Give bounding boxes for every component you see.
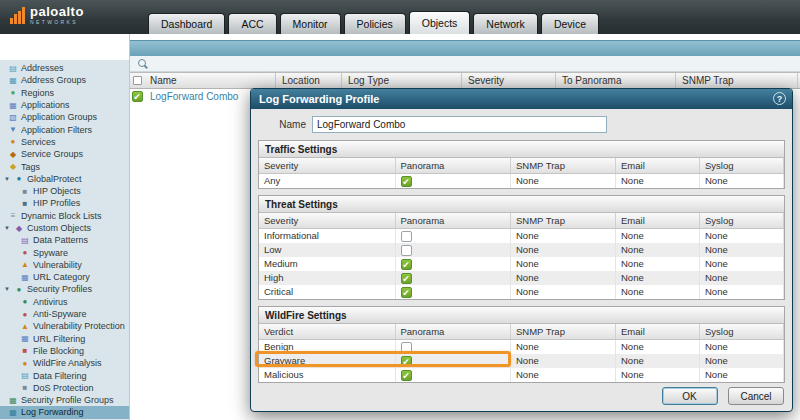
column-header-to-panorama[interactable]: To Panorama — [556, 73, 676, 88]
cancel-button[interactable]: Cancel — [728, 387, 784, 405]
snmp-trap-cell[interactable]: None — [511, 271, 616, 285]
email-cell[interactable]: None — [616, 257, 700, 271]
snmp-trap-cell[interactable]: None — [511, 174, 616, 188]
snmp-trap-cell[interactable]: None — [511, 368, 616, 382]
sidebar-item-globalprotect[interactable]: ▼●GlobalProtect — [0, 173, 129, 185]
panorama-checkbox[interactable]: ✔ — [401, 356, 412, 367]
snmp-trap-cell[interactable]: None — [511, 257, 616, 271]
search-icon[interactable] — [138, 59, 148, 69]
panorama-checkbox[interactable]: ✔ — [401, 287, 412, 298]
sidebar-item-file-blocking[interactable]: ■File Blocking — [0, 345, 129, 357]
sidebar-item-dynamic-block-lists[interactable]: ≡Dynamic Block Lists — [0, 210, 129, 222]
email-cell[interactable]: None — [616, 368, 700, 382]
snmp-trap-cell[interactable]: None — [511, 354, 616, 368]
column-header-severity[interactable]: Severity — [462, 73, 556, 88]
sidebar-item-security-profile-groups[interactable]: ▦Security Profile Groups — [0, 394, 129, 406]
syslog-cell[interactable]: None — [700, 257, 784, 271]
ok-button[interactable]: OK — [662, 387, 718, 405]
email-cell[interactable]: None — [616, 340, 700, 354]
syslog-cell[interactable]: None — [700, 243, 784, 257]
sidebar-item-anti-spyware[interactable]: ●Anti-Spyware — [0, 308, 129, 320]
sidebar-item-security-profiles[interactable]: ▼●Security Profiles — [0, 283, 129, 295]
profile-name-input[interactable] — [312, 116, 607, 133]
snmp-trap-cell[interactable]: None — [511, 243, 616, 257]
panorama-checkbox[interactable] — [401, 231, 412, 242]
setting-row-medium[interactable]: Medium✔NoneNoneNone — [259, 257, 784, 271]
tab-acc[interactable]: ACC — [228, 13, 276, 34]
email-cell[interactable]: None — [616, 243, 700, 257]
setting-row-malicious[interactable]: Malicious✔NoneNoneNone — [259, 368, 784, 382]
syslog-cell[interactable]: None — [700, 354, 784, 368]
sidebar-item-service-groups[interactable]: ◆Service Groups — [0, 148, 129, 160]
sidebar-item-services[interactable]: ●Services — [0, 136, 129, 148]
panorama-checkbox[interactable]: ✔ — [401, 259, 412, 270]
snmp-trap-cell[interactable]: None — [511, 285, 616, 299]
sidebar-item-hip-profiles[interactable]: ■HIP Profiles — [0, 197, 129, 209]
column-header-log-type[interactable]: Log Type — [342, 73, 462, 88]
sidebar-item-custom-objects[interactable]: ▼◆Custom Objects — [0, 222, 129, 234]
sidebar-item-vulnerability[interactable]: ▲Vulnerability — [0, 259, 129, 271]
sidebar-item-url-filtering[interactable]: ▦URL Filtering — [0, 333, 129, 345]
column-header-snmp-trap[interactable]: SNMP Trap — [676, 73, 798, 88]
setting-row-high[interactable]: High✔NoneNoneNone — [259, 271, 784, 285]
setting-row-critical[interactable]: Critical✔NoneNoneNone — [259, 285, 784, 299]
expand-arrow-icon[interactable]: ▼ — [3, 225, 11, 231]
tab-device[interactable]: Device — [541, 13, 599, 34]
sidebar-item-regions[interactable]: ●Regions — [0, 87, 129, 99]
tab-policies[interactable]: Policies — [344, 13, 406, 34]
column-header-location[interactable]: Location — [276, 73, 342, 88]
setting-row-any[interactable]: Any✔NoneNoneNone — [259, 174, 784, 188]
panorama-checkbox[interactable]: ✔ — [401, 273, 412, 284]
syslog-cell[interactable]: None — [700, 271, 784, 285]
sidebar-item-application-filters[interactable]: ▼Application Filters — [0, 123, 129, 135]
email-cell[interactable]: None — [616, 285, 700, 299]
setting-row-informational[interactable]: InformationalNoneNoneNone — [259, 229, 784, 243]
setting-row-grayware[interactable]: Grayware✔NoneNoneNone — [259, 354, 784, 368]
sidebar-item-spyware[interactable]: ●Spyware — [0, 246, 129, 258]
sidebar-item-data-filtering[interactable]: ▤Data Filtering — [0, 369, 129, 381]
sidebar-item-url-category[interactable]: ▦URL Category — [0, 271, 129, 283]
email-cell[interactable]: None — [616, 354, 700, 368]
sidebar-item-label: Security Profiles — [27, 284, 92, 294]
syslog-cell[interactable]: None — [700, 229, 784, 243]
sidebar-item-dos-protection[interactable]: ■DoS Protection — [0, 382, 129, 394]
syslog-cell[interactable]: None — [700, 368, 784, 382]
row-checkbox[interactable]: ✔ — [132, 91, 143, 102]
sidebar-item-tags[interactable]: ◆Tags — [0, 160, 129, 172]
email-cell[interactable]: None — [616, 229, 700, 243]
panorama-checkbox[interactable]: ✔ — [401, 176, 412, 187]
sidebar-item-hip-objects[interactable]: ■HIP Objects — [0, 185, 129, 197]
panorama-checkbox[interactable]: ✔ — [401, 370, 412, 381]
setting-row-benign[interactable]: BenignNoneNoneNone — [259, 340, 784, 354]
email-cell[interactable]: None — [616, 174, 700, 188]
expand-arrow-icon[interactable]: ▼ — [3, 176, 11, 182]
panorama-checkbox[interactable] — [401, 245, 412, 256]
sidebar-item-antivirus[interactable]: ●Antivirus — [0, 296, 129, 308]
tab-objects[interactable]: Objects — [409, 11, 471, 34]
email-cell[interactable]: None — [616, 271, 700, 285]
snmp-trap-cell[interactable]: None — [511, 229, 616, 243]
syslog-cell[interactable]: None — [700, 285, 784, 299]
column-header-name[interactable]: Name — [144, 73, 276, 88]
sidebar-item-label: Application Filters — [21, 125, 92, 135]
sidebar-item-log-forwarding[interactable]: ▦Log Forwarding — [0, 406, 129, 418]
tab-network[interactable]: Network — [473, 13, 538, 34]
syslog-cell[interactable]: None — [700, 174, 784, 188]
select-all-checkbox[interactable] — [133, 76, 142, 85]
help-icon[interactable]: ? — [773, 92, 786, 105]
sidebar-item-address-groups[interactable]: ▦Address Groups — [0, 74, 129, 86]
sidebar-item-application-groups[interactable]: ▧Application Groups — [0, 111, 129, 123]
column-header-email: Email — [616, 213, 700, 228]
setting-row-low[interactable]: LowNoneNoneNone — [259, 243, 784, 257]
snmp-trap-cell[interactable]: None — [511, 340, 616, 354]
sidebar-item-applications[interactable]: ▦Applications — [0, 99, 129, 111]
expand-arrow-icon[interactable]: ▼ — [3, 286, 11, 292]
syslog-cell[interactable]: None — [700, 340, 784, 354]
sidebar-item-vulnerability-protection[interactable]: ▲Vulnerability Protection — [0, 320, 129, 332]
sidebar-item-wildfire-analysis[interactable]: ●WildFire Analysis — [0, 357, 129, 369]
sidebar-item-data-patterns[interactable]: ▤Data Patterns — [0, 234, 129, 246]
sidebar-item-addresses[interactable]: ▤Addresses — [0, 62, 129, 74]
tab-dashboard[interactable]: Dashboard — [148, 13, 225, 34]
tab-monitor[interactable]: Monitor — [280, 13, 341, 34]
panorama-checkbox[interactable] — [401, 342, 412, 353]
